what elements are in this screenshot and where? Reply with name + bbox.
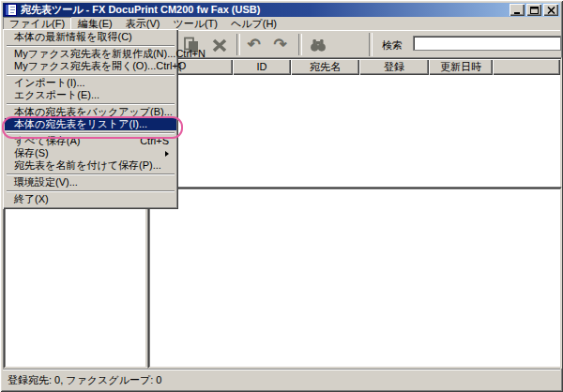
menu-item-open-myfax-list[interactable]: Myファクス宛先表を開く(O)... Ctrl+O xyxy=(5,60,176,72)
column-header-registered[interactable]: 登録 xyxy=(359,59,429,75)
menu-item-exit[interactable]: 終了(X) xyxy=(5,193,176,205)
search-input[interactable] xyxy=(414,37,560,50)
maximize-button[interactable] xyxy=(526,4,541,16)
menu-item-new-myfax-list[interactable]: Myファクス宛先表を新規作成(N)... Ctrl+N xyxy=(5,48,176,60)
toolbar-separator xyxy=(236,34,240,55)
menu-bar: ファイル(F) 編集(E) 表示(V) ツール(T) ヘルプ(H) xyxy=(3,17,560,30)
column-header-row: 種類 ID 宛先名 登録 更新日時 xyxy=(149,59,560,75)
title-bar: 宛先表ツール - FX DocuPrint CM200 fw Fax (USB) xyxy=(3,3,560,17)
status-text: 登録宛先: 0, ファクスグループ: 0 xyxy=(8,374,161,385)
menu-item-label: インポート(I)... xyxy=(14,77,169,89)
menu-item-save[interactable]: 保存(S) xyxy=(5,147,176,159)
column-header-blank[interactable] xyxy=(493,59,560,75)
undo-icon: ↶ xyxy=(247,36,260,54)
status-bar: 登録宛先: 0, ファクスグループ: 0 xyxy=(3,369,560,389)
menu-item-import[interactable]: インポート(I)... xyxy=(5,77,176,89)
menu-item-backup-device-list[interactable]: 本体の宛先表をバックアップ(B)... xyxy=(5,106,176,118)
minimize-button[interactable] xyxy=(510,4,525,16)
menu-item-shortcut: Ctrl+S xyxy=(140,135,169,147)
menu-item-save-all[interactable]: すべて保存(A) Ctrl+S xyxy=(5,135,176,147)
menu-item-label: 宛先表を名前を付けて保存(P)... xyxy=(14,159,169,172)
menu-item-label: 本体の最新情報を取得(C) xyxy=(14,31,169,43)
undo-button[interactable]: ↶ xyxy=(242,34,266,56)
menubar-item-file[interactable]: ファイル(F) xyxy=(3,17,71,30)
column-header-name[interactable]: 宛先名 xyxy=(291,59,359,75)
app-window: 宛先表ツール - FX DocuPrint CM200 fw Fax (USB)… xyxy=(0,0,563,392)
column-header-updated[interactable]: 更新日時 xyxy=(429,59,493,75)
menu-item-label: Myファクス宛先表を新規作成(N)... xyxy=(14,48,175,60)
address-list-pane: 種類 ID 宛先名 登録 更新日時 xyxy=(147,57,562,188)
toolbar-separator xyxy=(298,34,302,55)
window-controls xyxy=(510,4,558,16)
redo-icon: ↷ xyxy=(273,36,286,54)
find-button[interactable] xyxy=(306,34,329,56)
menu-item-shortcut: Ctrl+O xyxy=(156,60,186,72)
find-icon xyxy=(309,36,327,54)
window-title: 宛先表ツール - FX DocuPrint CM200 fw Fax (USB) xyxy=(21,3,260,17)
menu-item-label: 本体の宛先表をバックアップ(B)... xyxy=(14,106,173,118)
menu-item-label: Myファクス宛先表を開く(O)... xyxy=(14,60,156,72)
search-label: 検索 xyxy=(382,38,403,53)
menubar-item-edit[interactable]: 編集(E) xyxy=(71,17,119,30)
menubar-item-view[interactable]: 表示(V) xyxy=(119,17,167,30)
redo-button[interactable]: ↷ xyxy=(268,34,292,56)
menu-item-save-as[interactable]: 宛先表を名前を付けて保存(P)... xyxy=(5,159,176,172)
close-button[interactable] xyxy=(543,4,558,16)
menu-item-export[interactable]: エクスポート(E)... xyxy=(5,89,176,101)
menu-item-label: 環境設定(V)... xyxy=(14,176,169,188)
menu-item-get-latest-info[interactable]: 本体の最新情報を取得(C) xyxy=(5,31,176,43)
menubar-item-tools[interactable]: ツール(T) xyxy=(166,17,224,30)
fax-group-pane xyxy=(147,187,562,369)
menu-item-label: すべて保存(A) xyxy=(14,135,140,147)
submenu-arrow-icon xyxy=(165,151,169,157)
menu-item-restore-device-list[interactable]: 本体の宛先表をリストア(I)... xyxy=(5,118,176,130)
menu-item-preferences[interactable]: 環境設定(V)... xyxy=(5,176,176,188)
menu-item-label: 本体の宛先表をリストア(I)... xyxy=(14,118,169,130)
menubar-item-help[interactable]: ヘルプ(H) xyxy=(224,17,283,30)
delete-icon xyxy=(210,36,229,54)
delete-button[interactable] xyxy=(207,34,231,56)
menu-item-label: 終了(X) xyxy=(14,193,169,205)
toolbar-separator xyxy=(369,33,373,56)
menu-item-label: エクスポート(E)... xyxy=(14,89,169,101)
column-header-id[interactable]: ID xyxy=(233,59,291,75)
file-menu-dropdown: 本体の最新情報を取得(C) Myファクス宛先表を新規作成(N)... Ctrl+… xyxy=(3,29,178,209)
menu-item-label: 保存(S) xyxy=(14,147,161,159)
menu-item-shortcut: Ctrl+N xyxy=(175,48,205,60)
app-icon xyxy=(5,4,17,16)
